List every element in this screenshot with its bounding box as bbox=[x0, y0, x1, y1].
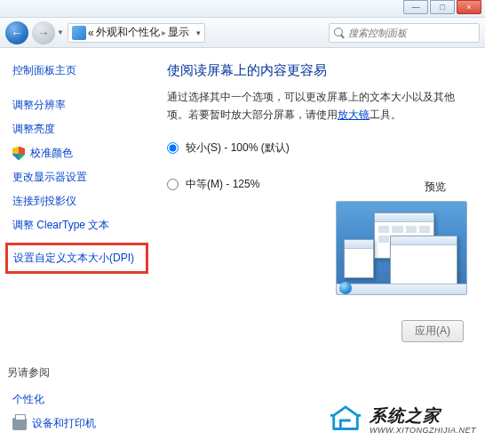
close-button[interactable]: × bbox=[457, 0, 481, 14]
option-label: 中等(M) - 125% bbox=[186, 177, 259, 192]
arrow-right-icon: → bbox=[37, 26, 50, 40]
dpi-options: 较小(S) - 100% (默认) 中等(M) - 125% bbox=[167, 140, 467, 192]
search-input[interactable] bbox=[348, 28, 475, 38]
sidebar-item-projector[interactable]: 连接到投影仪 bbox=[7, 189, 148, 213]
sidebar-item-resolution[interactable]: 调整分辨率 bbox=[7, 93, 148, 117]
shield-icon bbox=[12, 147, 25, 161]
search-box[interactable] bbox=[329, 23, 480, 43]
breadcrumb-item[interactable]: 显示 bbox=[168, 25, 189, 40]
sidebar-item-label: 设备和打印机 bbox=[32, 416, 96, 431]
sidebar-item-brightness[interactable]: 调整亮度 bbox=[7, 117, 148, 141]
apply-button[interactable]: 应用(A) bbox=[402, 320, 464, 342]
content-pane: 使阅读屏幕上的内容更容易 通过选择其中一个选项，可以更改屏幕上的文本大小以及其他… bbox=[149, 48, 485, 448]
sidebar-item-display-settings[interactable]: 更改显示器设置 bbox=[7, 165, 148, 189]
minimize-button[interactable]: — bbox=[403, 0, 428, 14]
printer-icon bbox=[12, 418, 27, 430]
search-icon bbox=[333, 27, 345, 39]
sidebar-footer-devices-printers[interactable]: 设备和打印机 bbox=[7, 412, 149, 436]
desc-text-a: 通过选择其中一个选项，可以更改屏幕上的文本大小以及其他项。若要暂时放大部分屏幕，… bbox=[167, 91, 455, 121]
sidebar-item-custom-dpi[interactable]: 设置自定义文本大小(DPI) bbox=[12, 251, 142, 266]
sidebar-highlight-box: 设置自定义文本大小(DPI) bbox=[5, 243, 148, 274]
navigation-bar: ← → ▼ « 外观和个性化 ▸ 显示 ▾ bbox=[0, 18, 485, 48]
sidebar-footer-personalization[interactable]: 个性化 bbox=[7, 388, 149, 412]
watermark: 系统之家 WWW.XITONGZHIJIA.NET bbox=[329, 404, 476, 437]
watermark-url: WWW.XITONGZHIJIA.NET bbox=[370, 426, 476, 435]
preview-window-icon bbox=[344, 239, 374, 278]
magnifier-link[interactable]: 放大镜 bbox=[338, 108, 370, 121]
watermark-title: 系统之家 bbox=[370, 406, 476, 426]
page-description: 通过选择其中一个选项，可以更改屏幕上的文本大小以及其他项。若要暂时放大部分屏幕，… bbox=[167, 88, 467, 124]
preview-thumbnail bbox=[336, 201, 467, 295]
desc-text-b: 工具。 bbox=[370, 108, 402, 121]
breadcrumb-prefix: « bbox=[88, 27, 94, 39]
sidebar-see-also: 另请参阅 个性化 设备和打印机 bbox=[7, 365, 149, 436]
back-button[interactable]: ← bbox=[5, 21, 28, 44]
window-titlebar: — □ × bbox=[0, 0, 485, 18]
sidebar-item-cleartype[interactable]: 调整 ClearType 文本 bbox=[7, 213, 148, 237]
option-medium[interactable]: 中等(M) - 125% bbox=[167, 177, 467, 192]
sidebar-item-label: 校准颜色 bbox=[30, 146, 73, 161]
radio-smaller[interactable] bbox=[167, 142, 179, 154]
breadcrumb-dropdown[interactable]: ▾ bbox=[191, 28, 201, 37]
chevron-right-icon: ▸ bbox=[162, 28, 166, 37]
preview-label: 预览 bbox=[425, 180, 446, 195]
sidebar-item-calibrate-color[interactable]: 校准颜色 bbox=[7, 141, 148, 165]
breadcrumb-item[interactable]: 外观和个性化 bbox=[96, 25, 160, 40]
sidebar-home-link[interactable]: 控制面板主页 bbox=[7, 59, 148, 83]
page-title: 使阅读屏幕上的内容更容易 bbox=[167, 62, 467, 79]
maximize-button[interactable]: □ bbox=[430, 0, 455, 14]
preview-window-icon bbox=[390, 236, 457, 287]
breadcrumb[interactable]: « 外观和个性化 ▸ 显示 ▾ bbox=[68, 23, 205, 43]
watermark-logo-icon bbox=[329, 404, 362, 437]
radio-medium[interactable] bbox=[167, 179, 179, 190]
nav-history-dropdown[interactable]: ▼ bbox=[57, 28, 64, 36]
forward-button[interactable]: → bbox=[32, 21, 55, 44]
sidebar-footer-title: 另请参阅 bbox=[7, 365, 149, 380]
arrow-left-icon: ← bbox=[11, 26, 23, 40]
preview-start-orb-icon bbox=[339, 282, 352, 294]
option-label: 较小(S) - 100% (默认) bbox=[186, 140, 290, 156]
preview-taskbar-icon bbox=[337, 284, 466, 294]
option-smaller[interactable]: 较小(S) - 100% (默认) bbox=[167, 140, 467, 156]
sidebar: 控制面板主页 调整分辨率 调整亮度 校准颜色 更改显示器设置 连接到投影仪 调整… bbox=[0, 48, 149, 448]
control-panel-icon bbox=[72, 26, 86, 40]
